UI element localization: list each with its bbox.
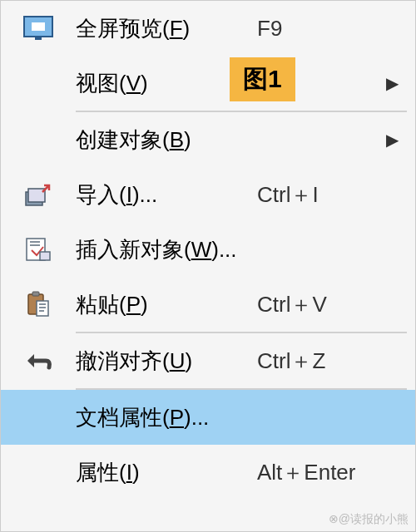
menu-shortcut: Ctrl＋V bbox=[257, 290, 374, 319]
context-menu: 全屏预览(F) F9 视图(V) ▶ 创建对象(B) ▶ 导入(I)... bbox=[1, 1, 415, 531]
menu-item-undo-align[interactable]: 撤消对齐(U) Ctrl＋Z bbox=[1, 333, 415, 388]
fullscreen-icon bbox=[1, 16, 76, 41]
menu-item-view[interactable]: 视图(V) ▶ bbox=[1, 56, 415, 111]
menu-item-paste[interactable]: 粘贴(P) Ctrl＋V bbox=[1, 277, 415, 332]
menu-label: 全屏预览(F) bbox=[76, 14, 257, 43]
menu-item-fullscreen-preview[interactable]: 全屏预览(F) F9 bbox=[1, 1, 415, 56]
menu-item-properties[interactable]: 属性(I) Alt＋Enter bbox=[1, 445, 415, 500]
menu-label: 撤消对齐(U) bbox=[76, 347, 257, 376]
svg-rect-1 bbox=[32, 22, 45, 31]
menu-item-insert-object[interactable]: 插入新对象(W)... bbox=[1, 222, 415, 277]
watermark: ⊗@读报的小熊 bbox=[329, 512, 409, 527]
svg-rect-8 bbox=[32, 292, 39, 296]
submenu-arrow-icon: ▶ bbox=[374, 73, 399, 93]
undo-icon bbox=[1, 349, 76, 372]
svg-rect-9 bbox=[37, 301, 48, 316]
menu-item-import[interactable]: 导入(I)... Ctrl＋I bbox=[1, 167, 415, 222]
menu-item-document-properties[interactable]: 文档属性(P)... bbox=[1, 390, 415, 445]
svg-rect-2 bbox=[35, 37, 42, 40]
menu-label: 创建对象(B) bbox=[76, 126, 257, 155]
menu-item-create-object[interactable]: 创建对象(B) ▶ bbox=[1, 112, 415, 167]
menu-label: 文档属性(P)... bbox=[76, 403, 257, 432]
annotation-badge: 图1 bbox=[230, 57, 295, 101]
paste-icon bbox=[1, 291, 76, 318]
menu-shortcut: Ctrl＋Z bbox=[257, 347, 374, 376]
submenu-arrow-icon: ▶ bbox=[374, 130, 399, 150]
import-icon bbox=[1, 182, 76, 207]
menu-label: 导入(I)... bbox=[76, 180, 257, 209]
menu-shortcut: Ctrl＋I bbox=[257, 180, 374, 209]
insert-object-icon bbox=[1, 237, 76, 262]
menu-label: 粘贴(P) bbox=[76, 290, 257, 319]
menu-label: 插入新对象(W)... bbox=[76, 235, 257, 264]
menu-shortcut: F9 bbox=[257, 16, 374, 42]
svg-rect-6 bbox=[40, 252, 50, 260]
menu-label: 属性(I) bbox=[76, 458, 257, 487]
menu-shortcut: Alt＋Enter bbox=[257, 458, 374, 487]
